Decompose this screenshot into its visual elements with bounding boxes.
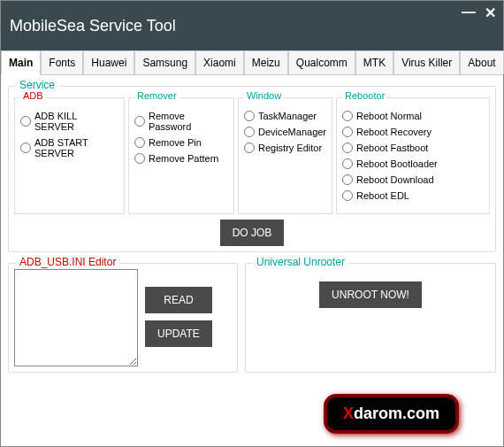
tab-about[interactable]: About bbox=[460, 50, 503, 74]
reboot-download-radio[interactable]: Reboot Download bbox=[342, 174, 484, 185]
rebootor-title: Rebootor bbox=[342, 90, 387, 101]
radio-input[interactable] bbox=[342, 158, 353, 169]
adb-start-server-radio[interactable]: ADB START SERVER bbox=[20, 137, 118, 158]
title-bar: MobileSea Service Tool — ✕ bbox=[1, 1, 503, 50]
radio-label: Reboot Normal bbox=[356, 111, 422, 121]
watermark-text: darom.com bbox=[354, 405, 439, 422]
tab-samsung[interactable]: Samsung bbox=[134, 50, 195, 74]
radio-input[interactable] bbox=[134, 137, 145, 148]
radio-input[interactable] bbox=[342, 127, 353, 137]
app-window: MobileSea Service Tool — ✕ Main Fonts Hu… bbox=[0, 0, 504, 447]
unroot-now-button[interactable]: UNROOT NOW! bbox=[319, 281, 422, 308]
tab-meizu[interactable]: Meizu bbox=[244, 50, 288, 74]
radio-label: Reboot EDL bbox=[356, 190, 409, 201]
radio-input[interactable] bbox=[20, 143, 31, 153]
reboot-edl-radio[interactable]: Reboot EDL bbox=[342, 190, 484, 201]
editor-buttons: READ UPDATE bbox=[145, 287, 212, 347]
adb-title: ADB bbox=[20, 90, 46, 101]
remove-password-radio[interactable]: Remove Password bbox=[134, 111, 228, 132]
radio-input[interactable] bbox=[134, 153, 145, 164]
radio-label: ADB KILL SERVER bbox=[34, 111, 118, 132]
unroot-wrap: UNROOT NOW! bbox=[251, 269, 490, 320]
adb-group: ADB ADB KILL SERVER ADB START SERVER bbox=[14, 97, 125, 214]
registry-editor-radio[interactable]: Registry Editor bbox=[244, 143, 326, 153]
radio-input[interactable] bbox=[134, 116, 145, 127]
radio-label: Reboot Download bbox=[356, 174, 433, 185]
radio-label: Reboot Bootloader bbox=[356, 158, 438, 169]
tab-virus-killer[interactable]: Virus Killer bbox=[393, 50, 460, 74]
tab-xiaomi[interactable]: Xiaomi bbox=[195, 50, 244, 74]
adb-usb-ini-editor-group: ADB_USB.INI Editor READ UPDATE bbox=[8, 263, 238, 373]
remover-group: Remover Remove Password Remove Pin Remov… bbox=[128, 97, 234, 214]
rebootor-group: Rebootor Reboot Normal Reboot Recovery R… bbox=[336, 97, 490, 214]
tab-main[interactable]: Main bbox=[1, 50, 41, 75]
tab-bar: Main Fonts Huawei Samsung Xiaomi Meizu Q… bbox=[1, 50, 503, 75]
editor-title: ADB_USB.INI Editor bbox=[16, 256, 119, 268]
ini-editor-textarea[interactable] bbox=[14, 269, 138, 366]
service-group: Service ADB ADB KILL SERVER ADB START SE… bbox=[8, 86, 496, 252]
adb-kill-server-radio[interactable]: ADB KILL SERVER bbox=[20, 111, 118, 132]
do-job-row: DO JOB bbox=[14, 220, 490, 246]
radio-label: ADB START SERVER bbox=[34, 137, 118, 158]
update-button[interactable]: UPDATE bbox=[145, 320, 212, 347]
radio-label: Remove Pin bbox=[149, 137, 202, 148]
reboot-bootloader-radio[interactable]: Reboot Bootloader bbox=[342, 158, 484, 169]
unrooter-title: Universal Unrooter bbox=[253, 256, 348, 268]
tab-qualcomm[interactable]: Qualcomm bbox=[288, 50, 355, 74]
window-controls: — ✕ bbox=[462, 4, 496, 21]
radio-input[interactable] bbox=[342, 190, 353, 201]
service-row: ADB ADB KILL SERVER ADB START SERVER Rem… bbox=[14, 97, 490, 214]
editor-layout: READ UPDATE bbox=[14, 269, 232, 366]
read-button[interactable]: READ bbox=[145, 287, 212, 313]
universal-unrooter-group: Universal Unrooter UNROOT NOW! bbox=[245, 263, 496, 373]
window-title: Window bbox=[244, 90, 284, 101]
radio-input[interactable] bbox=[244, 127, 255, 137]
service-title: Service bbox=[16, 79, 58, 91]
reboot-fastboot-radio[interactable]: Reboot Fastboot bbox=[342, 143, 484, 153]
window-group: Window TaskManager DeviceManager Registr… bbox=[238, 97, 332, 214]
radio-input[interactable] bbox=[244, 111, 255, 121]
task-manager-radio[interactable]: TaskManager bbox=[244, 111, 326, 121]
radio-input[interactable] bbox=[342, 174, 353, 185]
minimize-icon[interactable]: — bbox=[462, 4, 476, 21]
radio-label: Remove Pattern bbox=[149, 153, 218, 164]
bottom-row: ADB_USB.INI Editor READ UPDATE Universal… bbox=[8, 256, 496, 373]
close-icon[interactable]: ✕ bbox=[485, 4, 496, 21]
tab-fonts[interactable]: Fonts bbox=[41, 50, 83, 74]
radio-input[interactable] bbox=[342, 143, 353, 153]
radio-label: TaskManager bbox=[258, 111, 317, 121]
radio-label: DeviceManager bbox=[258, 127, 326, 137]
remove-pattern-radio[interactable]: Remove Pattern bbox=[134, 153, 228, 164]
remove-pin-radio[interactable]: Remove Pin bbox=[134, 137, 228, 148]
reboot-recovery-radio[interactable]: Reboot Recovery bbox=[342, 127, 484, 137]
radio-label: Registry Editor bbox=[258, 143, 322, 153]
watermark-x: X bbox=[343, 405, 354, 422]
device-manager-radio[interactable]: DeviceManager bbox=[244, 127, 326, 137]
radio-input[interactable] bbox=[244, 143, 255, 153]
do-job-button[interactable]: DO JOB bbox=[220, 220, 285, 246]
main-content: Service ADB ADB KILL SERVER ADB START SE… bbox=[1, 75, 503, 446]
watermark-badge: Xdarom.com bbox=[324, 394, 459, 434]
reboot-normal-radio[interactable]: Reboot Normal bbox=[342, 111, 484, 121]
radio-input[interactable] bbox=[342, 111, 353, 121]
app-title: MobileSea Service Tool bbox=[10, 17, 176, 35]
radio-label: Reboot Fastboot bbox=[356, 143, 428, 153]
tab-mtk[interactable]: MTK bbox=[355, 50, 393, 74]
remover-title: Remover bbox=[134, 90, 179, 101]
radio-input[interactable] bbox=[20, 116, 31, 127]
radio-label: Reboot Recovery bbox=[356, 127, 431, 137]
radio-label: Remove Password bbox=[149, 111, 228, 132]
tab-huawei[interactable]: Huawei bbox=[83, 50, 134, 74]
